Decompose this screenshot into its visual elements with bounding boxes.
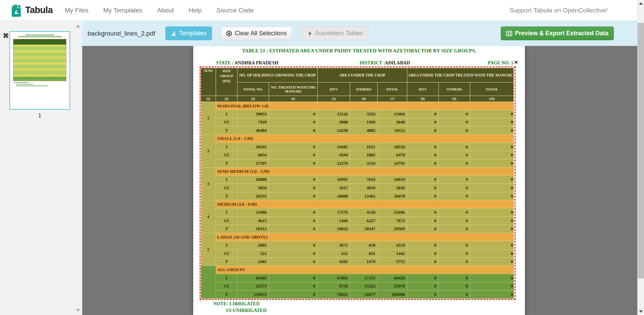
autodetect-button-label: Autodetect Tables: [315, 30, 363, 37]
clear-all-selections-button[interactable]: Clear All Selections: [221, 27, 292, 40]
autodetect-tables-button[interactable]: Autodetect Tables: [302, 27, 368, 40]
page-sidebar: ✖ 1: [0, 21, 82, 315]
clear-circle-x-icon: [226, 31, 232, 37]
toolbar: background_lines_2.pdf Templates: [82, 21, 637, 46]
selection-close-icon[interactable]: ✕: [514, 59, 518, 65]
template-upload-icon: [171, 31, 176, 36]
main-panel: background_lines_2.pdf Templates: [82, 21, 637, 315]
page-thumbnail[interactable]: [9, 31, 70, 110]
thumb-title-line: [18, 36, 61, 37]
thumb-title-line: [25, 35, 54, 36]
preview-export-button[interactable]: Preview & Export Extracted Data: [501, 27, 614, 40]
brand-name: Tabula: [25, 5, 53, 15]
support-link[interactable]: Support Tabula on OpenCollective!: [509, 7, 608, 14]
pdf-filename: background_lines_2.pdf: [88, 30, 155, 37]
thumb-note-line: [14, 82, 28, 83]
pdf-page: TABLE 5J : ESTIMATED AREA UNDER PADDY TR…: [193, 46, 525, 315]
templates-button-label: Templates: [179, 30, 207, 37]
doc-note-2: UI-UNIRRIGATED: [226, 308, 266, 313]
navbar: Tabula My Files My Templates About Help …: [0, 0, 637, 21]
tabula-selection-box[interactable]: [200, 66, 516, 300]
doc-page-no: PAGE NO. 1: [488, 60, 513, 66]
lightning-bolt-icon: [308, 31, 312, 37]
scrollbar-down-icon[interactable]: [639, 310, 643, 313]
table-grid-icon: [506, 31, 512, 36]
scrollbar-thumb[interactable]: [638, 23, 644, 278]
window-scrollbar[interactable]: [637, 0, 644, 315]
page-number-label: 1: [9, 112, 70, 119]
sidebar-scroll-down-icon[interactable]: [76, 309, 80, 312]
brand-link[interactable]: Tabula: [11, 4, 53, 17]
nav-item-my-templates[interactable]: My Templates: [103, 7, 143, 14]
tabula-logo-icon: [11, 4, 22, 17]
sidebar-scroll-up-icon[interactable]: [76, 25, 80, 28]
body-row: ✖ 1: [0, 21, 637, 315]
doc-note-1: NOTE: I-IRRIGATED: [213, 301, 260, 307]
nav-item-help[interactable]: Help: [189, 7, 202, 14]
pdf-viewer-area: TABLE 5J : ESTIMATED AREA UNDER PADDY TR…: [82, 46, 637, 315]
doc-district: DISTRICT :ADILABAD: [360, 60, 410, 66]
templates-button[interactable]: Templates: [165, 27, 212, 40]
app-window: Tabula My Files My Templates About Help …: [0, 0, 644, 315]
remove-page-icon[interactable]: ✖: [3, 32, 9, 40]
clear-button-label: Clear All Selections: [235, 30, 287, 37]
nav-item-source-code[interactable]: Source Code: [216, 7, 254, 14]
thumb-table: [13, 39, 66, 81]
main-column: Tabula My Files My Templates About Help …: [0, 0, 637, 315]
scrollbar-up-icon[interactable]: [639, 2, 643, 5]
nav-menu: My Files My Templates About Help Source …: [65, 7, 254, 14]
thumb-note-line: [16, 86, 48, 86]
nav-item-my-files[interactable]: My Files: [65, 7, 89, 14]
doc-state: STATE : ANDHRA PRADESH: [216, 60, 278, 66]
doc-table-title: TABLE 5J : ESTIMATED AREA UNDER PADDY TR…: [193, 48, 525, 54]
export-button-label: Preview & Export Extracted Data: [515, 30, 608, 37]
thumb-note-line: [16, 84, 33, 85]
nav-item-about[interactable]: About: [157, 7, 174, 14]
